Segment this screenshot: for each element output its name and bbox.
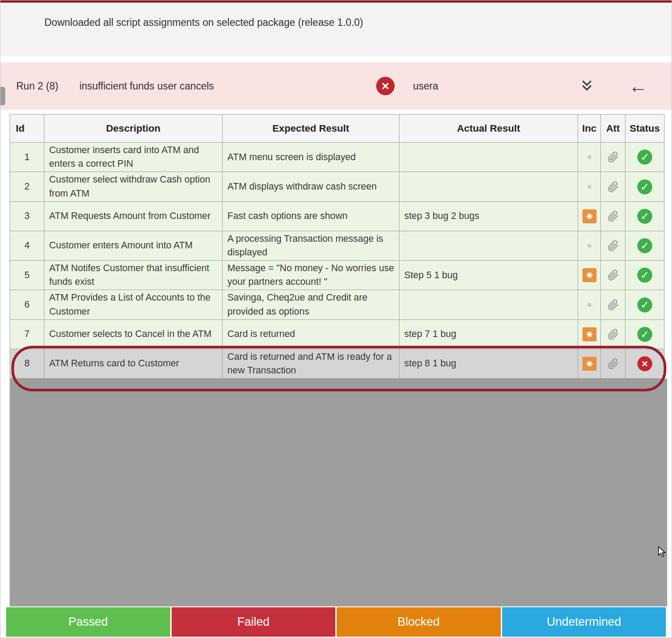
step-description: ATM Notifes Customer that insufficient f… xyxy=(44,261,223,290)
step-actual[interactable]: step 8 1 bug xyxy=(399,349,578,378)
step-description: ATM Requests Amount from Customer xyxy=(44,201,223,231)
run-label: Run 2 (8) xyxy=(16,80,58,92)
header-actual-result: Actual Result xyxy=(399,115,578,143)
header-description: Description xyxy=(44,115,223,143)
table-row[interactable]: 3 ATM Requests Amount from Customer Fast… xyxy=(10,201,665,231)
status-passed-icon[interactable]: ✓ xyxy=(637,327,652,342)
chevron-double-down-icon[interactable] xyxy=(579,79,594,93)
attachment-icon[interactable] xyxy=(607,181,619,193)
step-description: ATM Returns card to Customer xyxy=(44,349,223,378)
attachment-icon[interactable] xyxy=(607,151,619,163)
step-actual[interactable]: step 7 1 bug xyxy=(399,319,578,349)
test-run-window: { "top_bar": { "message": "Downloaded al… xyxy=(0,0,672,638)
header-status: Status xyxy=(625,115,665,143)
test-steps-table: Id Description Expected Result Actual Re… xyxy=(10,114,665,379)
step-actual[interactable] xyxy=(399,143,578,172)
step-expected: Message = "No money - No worries use you… xyxy=(223,261,399,290)
table-row[interactable]: 8 ATM Returns card to Customer Card is r… xyxy=(10,349,665,378)
step-expected: ATM displays withdraw cash screen xyxy=(223,172,399,201)
back-arrow-icon[interactable]: ← xyxy=(629,76,648,96)
table-row[interactable]: 6 ATM Provides a List of Accounts to the… xyxy=(10,290,665,319)
step-actual[interactable] xyxy=(399,172,578,201)
status-passed-icon[interactable]: ✓ xyxy=(637,209,652,224)
bug-icon[interactable] xyxy=(582,357,597,371)
attachment-icon[interactable] xyxy=(607,211,619,222)
attachment-icon[interactable] xyxy=(607,329,619,340)
empty-grid-area xyxy=(10,379,667,606)
bug-icon[interactable] xyxy=(582,180,597,194)
table-header-row: Id Description Expected Result Actual Re… xyxy=(10,115,665,143)
step-id: 5 xyxy=(10,261,44,290)
step-expected: Savinga, Cheq2ue and Credit are provided… xyxy=(223,290,399,319)
attachment-icon[interactable] xyxy=(607,358,619,369)
step-expected: A processing Transaction message is disp… xyxy=(223,231,399,260)
passed-button[interactable]: Passed xyxy=(6,607,170,637)
table-row[interactable]: 2 Customer select withdraw Cash option f… xyxy=(10,172,665,201)
bug-icon[interactable] xyxy=(582,327,597,341)
run-header-bar: Run 2 (8) insufficient funds user cancel… xyxy=(0,62,672,110)
attachment-icon[interactable] xyxy=(607,240,619,251)
status-failed-icon[interactable]: × xyxy=(637,356,652,371)
run-failed-icon[interactable]: × xyxy=(376,77,395,95)
step-id: 6 xyxy=(10,290,44,319)
step-id: 8 xyxy=(10,349,44,378)
table-row[interactable]: 1 Customer inserts card into ATM and ent… xyxy=(10,143,665,172)
header-id: Id xyxy=(10,115,44,143)
bug-icon[interactable] xyxy=(582,150,597,164)
bug-icon[interactable] xyxy=(582,268,597,282)
step-description: Customer select withdraw Cash option fro… xyxy=(44,172,223,201)
status-message-bar: Downloaded all script assignments on sel… xyxy=(0,3,672,56)
status-passed-icon[interactable]: ✓ xyxy=(637,268,652,283)
bug-icon[interactable] xyxy=(582,239,597,253)
status-passed-icon[interactable]: ✓ xyxy=(637,150,652,165)
step-description: Customer inserts card into ATM and enter… xyxy=(44,143,223,172)
header-att: Att xyxy=(601,115,625,143)
separator xyxy=(0,56,672,62)
status-passed-icon[interactable]: ✓ xyxy=(637,179,652,194)
attachment-icon[interactable] xyxy=(607,269,619,281)
step-actual[interactable] xyxy=(399,231,578,260)
step-actual[interactable]: Step 5 1 bug xyxy=(399,261,578,290)
table-row[interactable]: 4 Customer enters Amount into ATM A proc… xyxy=(10,231,665,260)
step-id: 1 xyxy=(10,143,44,172)
step-expected: Fast cash options are shown xyxy=(223,201,399,231)
table-row[interactable]: 5 ATM Notifes Customer that insufficient… xyxy=(10,261,665,290)
run-user: usera xyxy=(413,80,438,92)
table-row[interactable]: 7 Customer selects to Cancel in the ATM … xyxy=(10,319,665,349)
undetermined-button[interactable]: Undetermined xyxy=(502,607,666,637)
step-id: 2 xyxy=(10,172,44,201)
step-id: 4 xyxy=(10,231,44,260)
bug-icon[interactable] xyxy=(582,209,597,223)
status-button-bar: Passed Failed Blocked Undetermined xyxy=(6,607,666,637)
side-panel-handle[interactable] xyxy=(0,87,5,105)
step-expected: Card is returned xyxy=(223,319,399,349)
step-expected: ATM menu screen is displayed xyxy=(223,143,399,172)
header-expected-result: Expected Result xyxy=(223,115,399,143)
step-description: Customer selects to Cancel in the ATM xyxy=(44,319,223,349)
status-message: Downloaded all script assignments on sel… xyxy=(44,17,363,28)
status-passed-icon[interactable]: ✓ xyxy=(637,297,652,312)
status-passed-icon[interactable]: ✓ xyxy=(637,238,652,253)
steps-grid-zone: Id Description Expected Result Actual Re… xyxy=(10,114,666,606)
step-id: 7 xyxy=(10,319,44,349)
failed-button[interactable]: Failed xyxy=(172,607,336,637)
step-id: 3 xyxy=(10,201,44,231)
header-inc: Inc xyxy=(578,115,601,143)
run-title: insufficient funds user cancels xyxy=(79,80,214,92)
step-actual[interactable]: step 3 bug 2 bugs xyxy=(399,201,578,231)
bug-icon[interactable] xyxy=(582,298,597,312)
blocked-button[interactable]: Blocked xyxy=(337,607,501,637)
attachment-icon[interactable] xyxy=(607,299,619,311)
step-description: ATM Provides a List of Accounts to the C… xyxy=(44,290,223,319)
step-description: Customer enters Amount into ATM xyxy=(44,231,223,260)
step-actual[interactable] xyxy=(399,290,578,319)
step-expected: Card is returned and ATM is ready for a … xyxy=(223,349,399,378)
